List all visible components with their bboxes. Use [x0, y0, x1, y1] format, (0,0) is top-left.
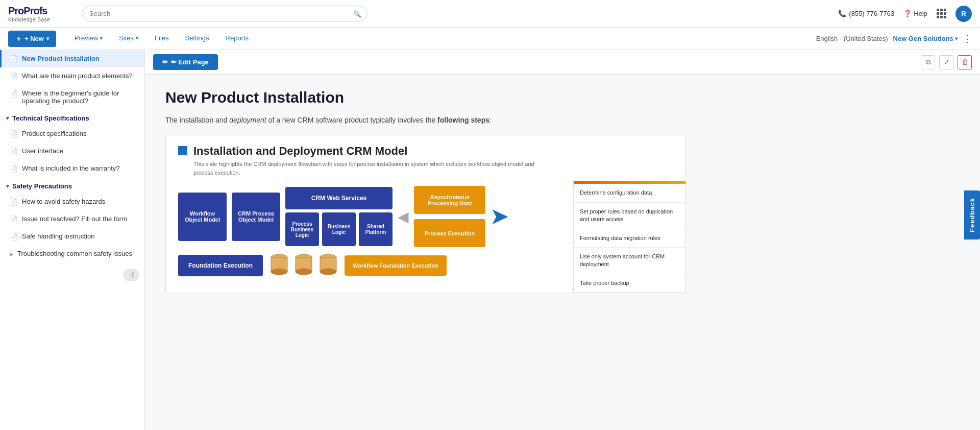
content-toolbar: ✏ ✏ Edit Page ⧉ ⤢ 🗑	[145, 50, 980, 75]
box-business-logic: Business Logic	[322, 212, 356, 246]
edit-page-button[interactable]: ✏ ✏ Edit Page	[153, 54, 218, 70]
right-panel-item-1: Determine configuration data	[574, 184, 685, 202]
box-crm-web-label: CRM Web Services	[311, 195, 367, 202]
orange-side-boxes: Asynchronous Processing Host Process Exe…	[414, 186, 485, 247]
svg-point-5	[296, 269, 312, 275]
trash-icon: 🗑	[962, 58, 968, 66]
sidebar-item-user-interface[interactable]: 📄 User interface	[0, 142, 144, 160]
toolbar-copy-button[interactable]: ⧉	[921, 55, 935, 69]
sidebar-item-label: What is included in the warranty?	[22, 164, 119, 172]
sidebar-item-avoid-hazards[interactable]: 📄 How to avoid safety hazards	[0, 193, 144, 210]
db-icon-3	[319, 253, 337, 277]
language-selector[interactable]: English - (United States)	[816, 35, 888, 42]
more-options-icon[interactable]: ⋮	[963, 33, 972, 44]
nav-reports[interactable]: Reports	[217, 28, 257, 50]
diagram-blue-square	[178, 146, 187, 155]
nav-sites-label: Sites	[119, 34, 134, 42]
sidebar-item-issue-form[interactable]: 📄 Issue not resolved? Fill out the form	[0, 210, 144, 228]
feedback-tab[interactable]: Feedback	[964, 190, 980, 240]
sidebar-item-label: How to avoid safety hazards	[22, 198, 105, 205]
sidebar-item-label: What are the main product elements?	[22, 72, 133, 80]
nav-bar: ＋ + New ▾ Preview ▾ Sites ▾ Files Settin…	[0, 28, 980, 50]
new-button[interactable]: ＋ + New ▾	[8, 31, 56, 47]
apps-grid-icon[interactable]	[937, 9, 946, 18]
sidebar-item-main-product-elements[interactable]: 📄 What are the main product elements?	[0, 67, 144, 85]
search-input[interactable]	[82, 6, 368, 21]
sidebar-item-label: Safe handling instruction	[22, 232, 94, 240]
workspace-selector[interactable]: New Gen Solutions ▾	[893, 35, 958, 42]
nav-preview-chevron: ▾	[100, 35, 103, 41]
sidebar-item-warranty[interactable]: 📄 What is included in the warranty?	[0, 160, 144, 177]
sidebar-item-product-specs[interactable]: 📄 Product specifications	[0, 125, 144, 142]
nav-settings[interactable]: Settings	[177, 28, 217, 50]
new-chevron-icon: ▾	[46, 36, 49, 41]
box-foundation-label: Foundation Execution	[188, 262, 253, 269]
nav-files[interactable]: Files	[146, 28, 177, 50]
db-icon-2	[295, 253, 313, 277]
new-label: + New	[24, 35, 44, 42]
sidebar-item-label: User interface	[22, 147, 63, 155]
doc-icon: 📄	[10, 148, 18, 155]
article-intro: The installation and deployment of a new…	[165, 114, 686, 126]
box-crm-web: CRM Web Services	[285, 187, 393, 209]
diagram-middle-col: CRM Web Services Process Business Logic …	[285, 187, 393, 246]
doc-icon: 📄	[10, 55, 18, 63]
diagram-left: Workflow Object Model CRM Process Object…	[166, 181, 573, 293]
feedback-label: Feedback	[968, 198, 976, 232]
top-header: ProProfs Knowledge Base 🔍 📞 (855) 776-77…	[0, 0, 980, 28]
help-button[interactable]: ❓ Help	[903, 10, 927, 17]
box-async-host: Asynchronous Processing Host	[414, 186, 485, 214]
diagram-subtitle: This slide highlights the CRM deployment…	[193, 160, 551, 177]
box-shared-platform: Shared Platform	[359, 212, 393, 246]
section-chevron-down: ▾	[6, 183, 9, 189]
content-area: ✏ ✏ Edit Page ⧉ ⤢ 🗑 New Product Installa…	[145, 50, 980, 430]
logo[interactable]: ProProfs Knowledge Base	[8, 5, 69, 22]
doc-icon: 📄	[10, 233, 18, 241]
toolbar-expand-button[interactable]: ⤢	[939, 55, 953, 69]
box-process-business: Process Business Logic	[285, 212, 319, 246]
nav-preview[interactable]: Preview ▾	[66, 28, 111, 50]
diagram-body: Workflow Object Model CRM Process Object…	[166, 181, 685, 293]
sidebar-section-technical[interactable]: ▾ Technical Specifications	[0, 109, 144, 125]
sidebar-item-label: New Product Installation	[22, 55, 100, 62]
nav-preview-label: Preview	[75, 34, 98, 42]
svg-point-8	[320, 269, 336, 275]
phone-area[interactable]: 📞 (855) 776-7763	[838, 10, 894, 17]
sidebar-section-label: Safety Precautions	[12, 182, 72, 190]
edit-icon: ✏	[162, 58, 168, 66]
toolbar-icons: ⧉ ⤢ 🗑	[921, 55, 972, 69]
sidebar-item-safe-handling[interactable]: 📄 Safe handling instruction	[0, 228, 144, 245]
copy-icon: ⧉	[926, 58, 930, 66]
sidebar: 📄 New Product Installation 📄 What are th…	[0, 50, 145, 430]
sidebar-collapse-button[interactable]: 《	[123, 269, 139, 281]
doc-icon: 📄	[10, 90, 18, 98]
search-bar: 🔍	[82, 6, 368, 21]
feedback-tab-wrapper: Feedback	[964, 190, 980, 240]
doc-icon: 📄	[10, 165, 18, 173]
toolbar-delete-button[interactable]: 🗑	[958, 55, 972, 69]
db-icon-1	[270, 253, 288, 277]
box-workflow: Workflow Object Model	[178, 193, 227, 241]
doc-icon: ▸	[10, 250, 13, 258]
sidebar-item-new-product-installation[interactable]: 📄 New Product Installation	[0, 50, 144, 67]
box-async-host-label: Asynchronous Processing Host	[417, 194, 482, 206]
article-content: New Product Installation The installatio…	[145, 75, 706, 314]
box-crm-process-label: CRM Process Object Model	[236, 210, 276, 223]
doc-icon: 📄	[10, 216, 18, 223]
diagram-sub-row: Process Business Logic Business Logic Sh…	[285, 212, 393, 246]
phone-number: (855) 776-7763	[849, 10, 894, 17]
sidebar-item-label: Troubleshooting common safety issues	[17, 250, 132, 257]
db-icons	[270, 253, 337, 277]
box-crm-process: CRM Process Object Model	[232, 193, 280, 241]
doc-icon: 📄	[10, 73, 18, 80]
doc-icon: 📄	[10, 198, 18, 206]
sidebar-item-troubleshooting[interactable]: ▸ Troubleshooting common safety issues	[0, 245, 144, 262]
sidebar-section-safety[interactable]: ▾ Safety Precautions	[0, 177, 144, 193]
box-workflow-foundation: Workflow Foundation Execution	[345, 255, 447, 276]
search-icon: 🔍	[353, 10, 361, 17]
avatar[interactable]: R	[955, 6, 972, 22]
sidebar-item-beginners-guide[interactable]: 📄 Where is the beginner's guide for oper…	[0, 85, 144, 109]
nav-sites[interactable]: Sites ▾	[111, 28, 146, 50]
phone-icon: 📞	[838, 10, 846, 17]
sidebar-item-label: Where is the beginner's guide for operat…	[22, 89, 138, 105]
